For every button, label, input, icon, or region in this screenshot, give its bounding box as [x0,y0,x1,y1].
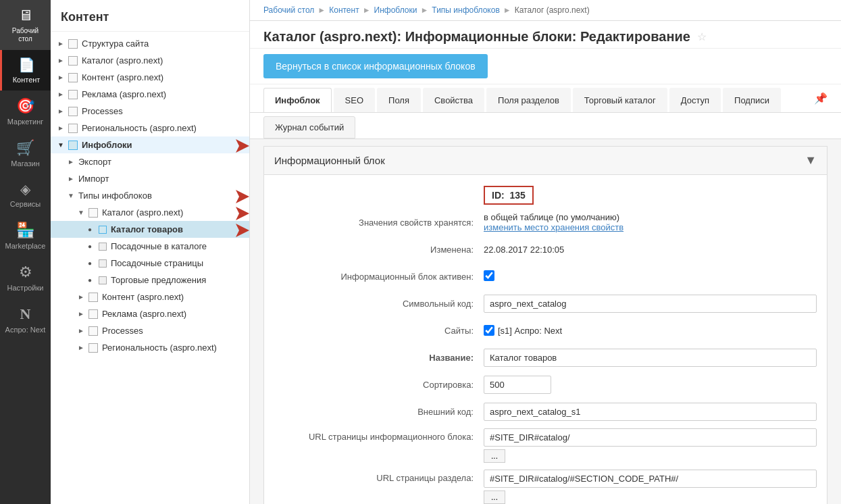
sidebar-label-aspronext: Аспро: Next [5,326,46,334]
nav-arrow: ► [78,327,86,335]
site-checkbox[interactable] [484,325,494,336]
tab-access[interactable]: Доступ [669,88,721,112]
nav-item-label: Инфоблоки [82,140,132,150]
nav-panel-header: Контент [51,0,249,32]
nav-panel: Контент ► Структура сайта ► Каталог (asp… [51,0,250,504]
nav-item-label: Торговые предложения [111,275,206,285]
tab-subscriptions[interactable]: Подписи [723,88,781,112]
url-page-dots-button[interactable]: ... [484,449,505,463]
nav-item-structure[interactable]: ► Структура сайта [51,35,249,52]
sidebar-item-content[interactable]: 📄 Контент [0,50,51,91]
form-row-modified: Изменена: 22.08.2017 22:10:05 [274,239,817,259]
nav-item-processes-l2[interactable]: ► Processes [51,322,249,339]
shop-icon: 🛒 [16,139,34,157]
nav-item-regions[interactable]: ► Региональность (aspro.next) [51,120,249,136]
nav-item-label: Региональность (aspro.next) [102,343,217,353]
nav-item-content-aspro-l2[interactable]: ► Контент (aspro.next) [51,288,249,305]
nav-arrow: ► [57,40,66,48]
breadcrumb-content[interactable]: Контент [329,5,359,15]
nav-item-processes[interactable]: ► Processes [51,103,249,120]
nav-item-regions-l2[interactable]: ► Региональность (aspro.next) [51,339,249,356]
sidebar-label-settings: Настройки [7,284,44,292]
nav-arrow: ► [68,158,76,166]
id-box: ID: 135 [484,186,534,205]
extcode-input[interactable] [484,403,817,421]
nav-dot: ● [88,259,96,268]
nav-item-landing-pages[interactable]: ● Посадочные страницы [51,255,249,272]
nav-item-label: Типы инфоблоков [78,191,152,201]
url-section-input[interactable] [484,470,817,488]
breadcrumb-types[interactable]: Типы инфоблоков [432,5,499,15]
sidebar-label-marketplace: Marketplace [5,242,46,250]
nav-arrow: ▼ [68,192,76,200]
breadcrumb-sep4: ► [503,5,511,15]
breadcrumb-sep3: ► [420,5,428,15]
red-arrow-catalog-sub [232,205,250,222]
url-section-dots-button[interactable]: ... [484,490,505,504]
form-value-extcode [484,403,817,421]
nav-item-import[interactable]: ► Импорт [51,170,249,187]
red-arrow-goods [232,222,250,239]
content-icon: 📄 [18,57,35,73]
nav-item-export[interactable]: ► Экспорт [51,153,249,170]
nav-dot: ● [88,243,96,251]
active-checkbox[interactable] [484,270,494,281]
id-label: ID: [492,190,505,201]
nav-item-label: Посадочные в каталоге [111,241,207,251]
nav-item-trade-offers[interactable]: ● Торговые предложения [51,272,249,288]
tab-events-log[interactable]: Журнал событий [263,116,355,138]
sidebar-item-settings[interactable]: ⚙ Настройки [0,257,51,299]
sidebar-label-content: Контент [13,76,41,84]
sidebar-item-desktop[interactable]: 🖥 Рабочийстол [0,0,51,50]
nav-item-label: Реклама (aspro.next) [82,89,166,99]
breadcrumb-desktop[interactable]: Рабочий стол [263,5,314,15]
form-section-title: Информационный блок [274,155,385,166]
sidebar: 🖥 Рабочийстол 📄 Контент 🎯 Маркетинг 🛒 Ма… [0,0,51,504]
nav-item-landing-catalog[interactable]: ● Посадочные в каталоге [51,238,249,255]
nav-square-icon [68,90,78,99]
nav-item-ads-l2[interactable]: ► Реклама (aspro.next) [51,305,249,322]
nav-item-content-aspro[interactable]: ► Контент (aspro.next) [51,69,249,86]
favorite-star-icon[interactable]: ☆ [697,30,707,43]
pin-icon[interactable]: 📌 [814,92,827,105]
breadcrumb-infoblocks[interactable]: Инфоблоки [374,5,417,15]
storage-change-link[interactable]: изменить место хранения свойств [484,222,623,232]
back-button[interactable]: Вернуться в список информационных блоков [263,54,488,78]
storage-value: в общей таблице (по умолчанию) [484,212,619,222]
nav-item-ads[interactable]: ► Реклама (aspro.next) [51,86,249,103]
nav-item-infoblocktypes[interactable]: ▼ Типы инфоблоков [51,187,249,204]
nav-item-infoblocks[interactable]: ▼ Инфоблоки [51,136,249,153]
nav-item-catalog-aspro-sub[interactable]: ▼ Каталог (aspro.next) [51,204,249,221]
nav-square-icon [68,39,78,49]
page-title: Каталог (aspro.next): Информационные бло… [263,29,690,45]
sidebar-item-shop[interactable]: 🛒 Магазин [0,132,51,174]
sidebar-item-marketing[interactable]: 🎯 Маркетинг [0,91,51,132]
nav-arrow: ► [57,57,66,65]
sort-input[interactable] [484,376,551,394]
form-value-symcode [484,295,817,313]
nav-item-catalog[interactable]: ► Каталог (aspro.next) [51,52,249,69]
form-label-sites: Сайты: [274,326,484,336]
name-input[interactable] [484,349,817,367]
sidebar-item-marketplace[interactable]: 🏪 Marketplace [0,215,51,257]
sidebar-item-services[interactable]: ◈ Сервисы [0,174,51,215]
nav-item-goods-catalog[interactable]: ● Каталог товаров [51,221,249,238]
nav-item-label: Посадочные страницы [111,258,203,268]
tab-seo[interactable]: SEO [334,88,375,112]
tab-trade-catalog[interactable]: Торговый каталог [573,88,667,112]
tab-properties[interactable]: Свойства [423,88,484,112]
nav-item-label: Экспорт [78,157,111,167]
settings-icon: ⚙ [19,263,32,281]
form-value-url-page: ... [484,428,817,463]
url-page-input[interactable] [484,428,817,447]
tab-fields[interactable]: Поля [377,88,421,112]
tab-infoblock[interactable]: Инфоблок [263,88,332,112]
collapse-icon[interactable]: ▼ [805,153,817,168]
nav-item-label: Processes [82,106,123,116]
form-section-header: Информационный блок ▼ [264,147,827,175]
breadcrumb: Рабочий стол ► Контент ► Инфоблоки ► Тип… [250,0,841,21]
symcode-input[interactable] [484,295,817,313]
form-section-body: ID: 135 Значения свойств хранятся: в общ… [264,175,827,504]
tab-section-fields[interactable]: Поля разделов [486,88,571,112]
sidebar-item-aspronext[interactable]: N Аспро: Next [0,299,51,341]
